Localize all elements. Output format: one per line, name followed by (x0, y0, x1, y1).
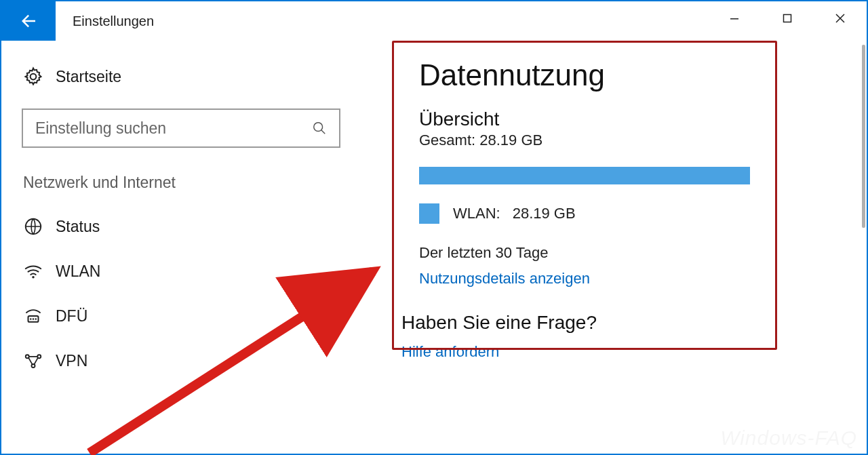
search-input[interactable] (35, 119, 312, 138)
sidebar-item-vpn[interactable]: VPN (1, 338, 361, 383)
minimize-icon (730, 14, 739, 23)
sidebar-category: Netzwerk und Internet (1, 174, 361, 204)
usage-bar (419, 167, 750, 184)
search-icon (312, 121, 327, 136)
page-heading: Datennutzung (419, 58, 825, 92)
sidebar-item-label: WLAN (56, 262, 100, 281)
content-area: Datennutzung Übersicht Gesamt: 28.19 GB … (361, 41, 867, 454)
svg-point-2 (314, 123, 323, 132)
usage-details-link[interactable]: Nutzungsdetails anzeigen (419, 270, 590, 287)
back-button[interactable] (1, 1, 56, 41)
sidebar-item-label: Status (56, 218, 100, 236)
maximize-button[interactable] (761, 1, 814, 35)
svg-line-3 (321, 130, 326, 134)
sidebar-home[interactable]: Startseite (1, 54, 361, 102)
vpn-icon (23, 351, 43, 371)
sidebar-item-status[interactable]: Status (1, 204, 361, 249)
legend-label: WLAN: (453, 205, 500, 222)
minimize-button[interactable] (708, 1, 761, 35)
legend-value: 28.19 GB (513, 205, 576, 222)
dialup-icon (23, 306, 43, 326)
window-controls (708, 1, 867, 35)
sidebar: Startseite Netzwerk und Internet Status (1, 41, 361, 454)
data-usage-panel: Datennutzung Übersicht Gesamt: 28.19 GB … (401, 45, 840, 288)
vertical-scrollbar[interactable] (862, 45, 865, 228)
gear-icon (23, 66, 43, 87)
svg-rect-0 (730, 18, 738, 20)
svg-point-5 (32, 276, 35, 279)
titlebar: Einstellungen (1, 1, 867, 41)
question-heading: Haben Sie eine Frage? (401, 312, 840, 334)
help-link[interactable]: Hilfe anfordern (401, 343, 499, 360)
close-icon (835, 14, 845, 23)
close-button[interactable] (814, 1, 867, 35)
settings-window: Einstellungen Startseite (0, 0, 868, 455)
watermark: Windows-FAQ (720, 427, 857, 450)
svg-point-10 (26, 355, 29, 358)
svg-point-11 (37, 355, 41, 358)
search-field[interactable] (22, 108, 340, 148)
globe-icon (23, 216, 43, 237)
svg-rect-1 (784, 15, 791, 22)
maximize-icon (783, 14, 792, 23)
overview-total: Gesamt: 28.19 GB (419, 132, 825, 149)
svg-point-7 (30, 318, 32, 320)
window-title: Einstellungen (73, 14, 154, 29)
sidebar-item-dialup[interactable]: DFÜ (1, 294, 361, 338)
usage-legend: WLAN: 28.19 GB (419, 203, 825, 224)
legend-swatch-icon (419, 203, 439, 224)
wifi-icon (23, 261, 43, 281)
search-wrap (22, 108, 340, 148)
back-arrow-icon (18, 11, 39, 31)
svg-point-8 (33, 318, 35, 320)
overview-heading: Übersicht (419, 108, 825, 130)
sidebar-item-label: VPN (56, 352, 87, 370)
svg-point-9 (35, 318, 37, 320)
sidebar-item-label: DFÜ (56, 307, 87, 325)
sidebar-item-wlan[interactable]: WLAN (1, 249, 361, 294)
usage-period: Der letzten 30 Tage (419, 244, 825, 262)
sidebar-home-label: Startseite (56, 68, 121, 86)
